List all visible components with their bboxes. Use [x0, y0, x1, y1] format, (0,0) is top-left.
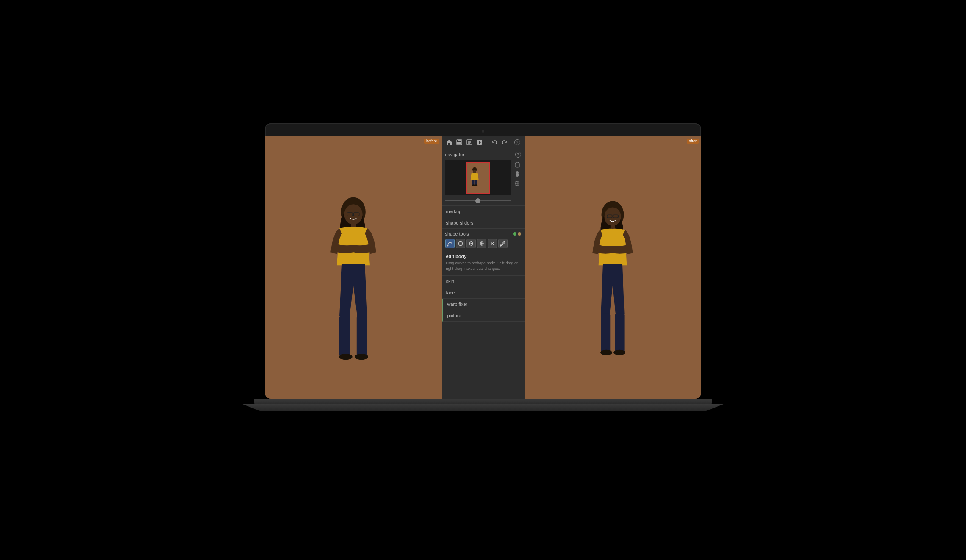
scale-tool[interactable] — [477, 239, 486, 248]
skin-row[interactable]: skin — [442, 276, 525, 287]
measure-tool-icon[interactable] — [514, 180, 521, 187]
redo-icon[interactable] — [501, 139, 508, 146]
body-curve-tool[interactable] — [445, 239, 455, 248]
center-panel: ? navigator ? — [442, 136, 525, 399]
shape-sliders-label: shape sliders — [446, 220, 474, 225]
picture-row[interactable]: picture — [442, 310, 525, 322]
svg-point-12 — [355, 354, 368, 360]
svg-point-28 — [447, 245, 448, 247]
screen-content: before — [265, 136, 701, 399]
svg-rect-23 — [475, 180, 477, 185]
shape-sliders-row[interactable]: shape sliders — [442, 217, 525, 229]
facebook-icon[interactable] — [476, 139, 483, 146]
person-tool-icon[interactable] — [514, 170, 521, 178]
home-icon[interactable] — [445, 139, 453, 146]
undo-icon[interactable] — [491, 139, 498, 146]
camera-dot — [482, 130, 484, 133]
help-icon[interactable]: ? — [514, 139, 521, 146]
screen-bezel: before — [265, 123, 701, 399]
svg-point-29 — [449, 242, 450, 243]
nav-thumb-wrapper — [445, 160, 511, 203]
nav-right-tools — [514, 160, 521, 203]
svg-point-32 — [471, 241, 472, 242]
nav-thumbnail — [466, 162, 490, 194]
svg-point-51 — [614, 349, 626, 355]
body-tool-icon[interactable] — [514, 161, 521, 169]
svg-rect-14 — [458, 140, 461, 141]
svg-rect-22 — [472, 180, 474, 185]
svg-point-24 — [472, 184, 475, 186]
svg-point-34 — [469, 243, 470, 244]
status-dots — [513, 232, 521, 236]
rotate-tool[interactable] — [466, 239, 476, 248]
nav-thumb-container — [445, 160, 511, 195]
navigator-title: navigator — [445, 152, 464, 157]
export-icon[interactable] — [466, 139, 473, 146]
face-label: face — [446, 290, 455, 295]
nav-person-svg — [467, 163, 482, 190]
orange-status-dot — [518, 232, 521, 236]
navigator-header: navigator ? — [445, 152, 521, 158]
toolbar-top: ? — [442, 136, 525, 149]
left-panel: before — [265, 136, 442, 399]
navigator-content — [445, 160, 521, 203]
markup-label: markup — [446, 209, 462, 214]
svg-rect-9 — [339, 316, 350, 356]
svg-rect-10 — [357, 316, 367, 356]
navigator-help-icon[interactable]: ? — [515, 152, 521, 158]
laptop-hinge-area — [254, 399, 712, 405]
green-status-dot — [513, 232, 516, 236]
svg-rect-48 — [601, 313, 611, 352]
shape-tools-header: shape tools — [445, 231, 521, 236]
before-label: before — [424, 139, 439, 144]
separator-1 — [487, 139, 487, 145]
svg-point-25 — [475, 184, 477, 186]
after-person-figure — [564, 157, 661, 399]
edit-body-title: edit body — [446, 254, 520, 259]
skin-label: skin — [446, 279, 455, 284]
save-icon[interactable] — [455, 139, 463, 146]
shape-tools-section: shape tools — [442, 229, 525, 251]
help-circle: ? — [514, 139, 520, 145]
laptop-wrapper: before — [242, 119, 724, 441]
right-panel: after — [525, 136, 702, 399]
laptop-bottom — [242, 404, 724, 411]
before-person-figure — [303, 157, 404, 399]
warp-fixer-label: warp fixer — [447, 302, 468, 307]
edit-body-desc: Drag curves to reshape body. Shift-drag … — [446, 261, 520, 271]
laptop-shadow — [290, 439, 676, 447]
navigator-section: navigator ? — [442, 149, 525, 206]
svg-point-50 — [601, 349, 613, 355]
face-row[interactable]: face — [442, 287, 525, 299]
svg-point-33 — [471, 245, 472, 246]
warp-fixer-row[interactable]: warp fixer — [442, 299, 525, 310]
edit-body-section: edit body Drag curves to reshape body. S… — [442, 251, 525, 276]
laptop-base — [242, 399, 724, 441]
nav-zoom-slider[interactable] — [445, 200, 511, 201]
markup-row[interactable]: markup — [442, 206, 525, 217]
svg-point-20 — [473, 170, 476, 174]
svg-point-31 — [470, 243, 472, 244]
shape-tools-title: shape tools — [445, 231, 469, 236]
svg-point-35 — [472, 243, 473, 244]
picture-label: picture — [447, 313, 461, 318]
svg-rect-49 — [615, 313, 625, 352]
shape-tools-icons-row — [445, 239, 521, 248]
svg-rect-15 — [457, 142, 461, 144]
svg-point-11 — [339, 354, 352, 360]
edit-tool[interactable] — [498, 239, 508, 248]
reset-tool[interactable] — [488, 239, 497, 248]
body-shape-tool[interactable] — [456, 239, 465, 248]
after-label: after — [687, 139, 699, 144]
